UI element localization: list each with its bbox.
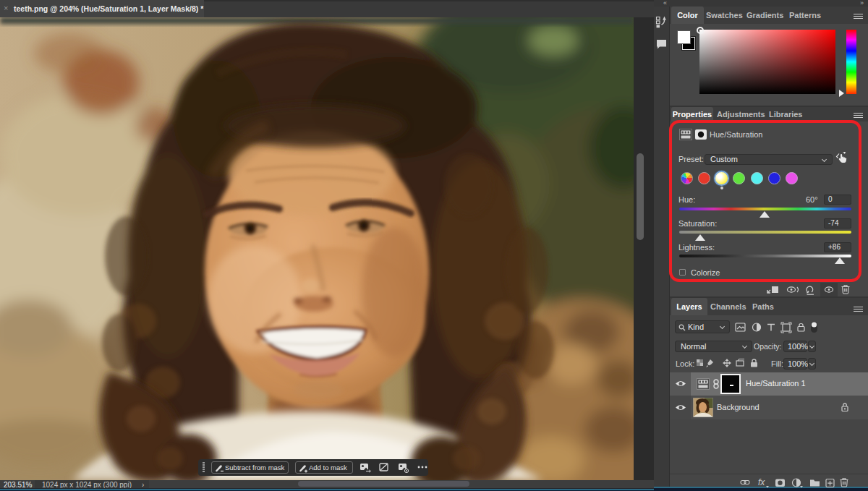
svg-text:fx: fx [758, 477, 765, 487]
